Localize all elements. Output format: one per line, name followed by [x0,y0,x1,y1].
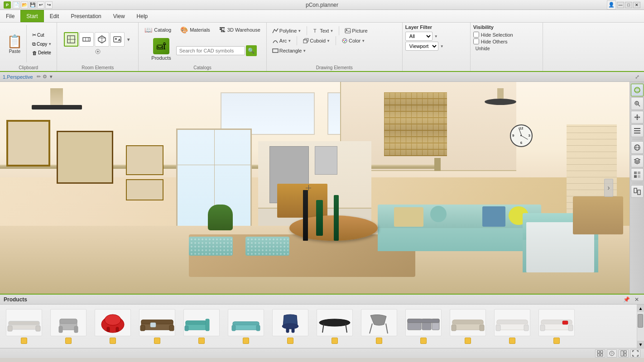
titlebar-redo-icon[interactable]: ↪ [45,1,53,9]
titlebar-save-icon[interactable]: 💾 [29,1,36,9]
products-scrollbar[interactable]: ▲ ▼ [637,305,644,348]
statusbar-help-button[interactable]: ? [607,349,617,357]
layer-viewport-select[interactable]: Viewport [405,42,438,51]
arc-button[interactable]: Arc ▼ [269,36,294,45]
product-item-7[interactable] [270,307,311,346]
menu-file[interactable]: File [0,10,20,22]
scroll-up-arrow[interactable]: ▲ [637,305,644,312]
rt-move-button[interactable] [631,111,644,124]
rt-layers-button[interactable] [631,155,644,167]
titlebar-undo-icon[interactable]: ↩ [37,1,44,9]
hide-selection-label[interactable]: Hide Selection [481,32,513,38]
svg-line-27 [638,105,640,106]
hide-others-checkbox[interactable] [473,38,479,44]
product-item-9[interactable] [359,307,399,346]
product-item-8[interactable] [314,307,355,346]
svg-rect-96 [568,325,573,331]
copy-button[interactable]: ⧉ Copy ▼ [30,40,54,48]
product-star-10 [420,338,427,344]
cuboid-button[interactable]: Cuboid ▼ [300,36,333,45]
svg-rect-44 [634,175,637,178]
hide-others-label[interactable]: Hide Others [481,39,508,44]
room-wall-button[interactable] [79,32,94,47]
svg-rect-86 [452,320,483,324]
svg-rect-101 [601,354,603,356]
room-3d-button[interactable] [95,32,109,47]
menu-view[interactable]: View [107,10,131,22]
layer-all-arrow[interactable]: ▼ [434,34,438,38]
product-item-13[interactable] [536,307,577,346]
product-item-4[interactable] [137,307,178,346]
product-item-6[interactable] [226,307,266,346]
scroll-thumb[interactable] [638,314,643,328]
statusbar-grid-button[interactable] [595,349,605,357]
text-button[interactable]: T Text ▼ [310,26,336,35]
product-item-3[interactable] [92,307,133,346]
room-floor-button[interactable] [64,32,78,47]
viewport-restore-button[interactable]: ⤢ [633,74,641,80]
products-panel-close-button[interactable]: ✕ [633,296,640,303]
perspective-tab[interactable]: 1.Perspective [3,74,33,80]
svg-point-13 [97,51,99,52]
restore-button[interactable]: □ [625,2,632,8]
delete-button[interactable]: 🗑 Delete [30,49,54,57]
svg-line-79 [370,324,372,333]
statusbar-layout-button[interactable] [619,349,629,357]
rt-material-button[interactable] [631,168,644,181]
cad-search-input[interactable] [176,46,245,55]
paste-button[interactable]: 📋 Paste [3,24,27,63]
products-catalog-button[interactable]: 🛋 Products [148,37,174,63]
products-panel-pin-button[interactable]: 📌 [622,296,631,303]
product-item-12[interactable] [492,307,533,346]
product-item-1[interactable] [4,307,44,346]
catalog-button[interactable]: 📖 Catalog [141,24,174,35]
room-expand-button[interactable]: ▼ [125,36,132,43]
unhide-button[interactable]: Unhide [473,45,492,52]
cad-search-button[interactable]: 🔍 [246,45,257,56]
room-settings-icon[interactable] [94,48,101,55]
perspective-settings-icon[interactable]: ⚙ [43,74,47,80]
color-button[interactable]: Color ▼ [339,36,368,45]
rt-extra-button[interactable] [631,185,644,198]
rt-globe-button[interactable] [631,141,644,154]
menu-start[interactable]: Start [20,10,43,22]
room-render-button[interactable] [110,32,125,47]
layer-all-select[interactable]: All [405,32,433,41]
layer-viewport-arrow[interactable]: ▼ [440,44,444,48]
titlebar-open-icon[interactable]: 📂 [21,1,28,9]
cut-button[interactable]: ✂ Cut [30,31,54,39]
statusbar-fullscreen-button[interactable] [630,349,640,357]
product-item-5[interactable] [181,307,222,346]
rt-perspective-button[interactable] [631,84,644,96]
room-elements-group: ▼ Room Elements [57,23,139,71]
product-item-2[interactable] [48,307,89,346]
product-item-10[interactable] [403,307,444,346]
menu-edit[interactable]: Edit [44,10,65,22]
perspective-arrow-icon[interactable]: ▼ [49,74,53,79]
svg-marker-31 [636,119,638,120]
scroll-down-arrow[interactable]: ▼ [637,341,644,348]
scroll-track[interactable] [637,312,644,341]
product-item-11[interactable] [447,307,488,346]
minimize-button[interactable]: — [617,2,624,8]
materials-button[interactable]: 🎨 Materials [177,24,213,35]
close-button[interactable]: ✕ [633,2,640,8]
polyline-button[interactable]: Polyline ▼ [269,26,304,35]
product-star-6 [243,338,249,344]
viewport-scene[interactable]: 12 6 9 3 › [0,82,630,294]
titlebar-new-icon[interactable]: 📄 [13,1,20,9]
products-panel: Products 📌 ✕ [0,294,644,348]
hide-selection-checkbox[interactable] [473,32,479,38]
menu-help[interactable]: Help [131,10,154,22]
perspective-edit-icon[interactable]: ✏ [37,74,41,80]
rt-zoom-button[interactable] [631,97,644,110]
rectangle-button[interactable]: Rectangle ▼ [269,46,309,55]
menu-presentation[interactable]: Presentation [65,10,107,22]
viewport-next-arrow[interactable]: › [604,179,613,197]
visibility-group: Visibility Hide Selection Hide Others Un… [471,23,543,71]
rt-properties-button[interactable] [631,124,644,137]
picture-button[interactable]: Picture [342,26,370,35]
user-icon[interactable]: 👤 [607,0,616,10]
warehouse-button[interactable]: 🏗 3D Warehouse [216,24,264,35]
product-star-3 [110,338,116,344]
